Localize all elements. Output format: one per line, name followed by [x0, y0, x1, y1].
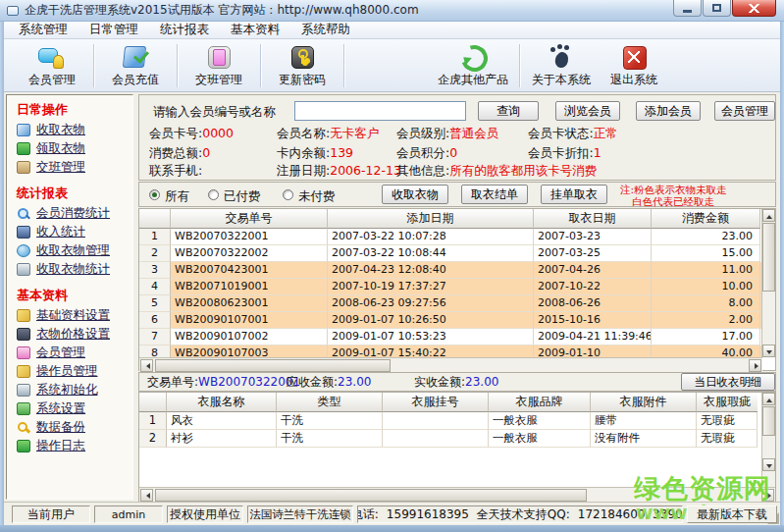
member-balance: 卡内余额:139 — [277, 145, 353, 162]
sidebar-item-member-consume-stats[interactable]: 会员消费统计 — [17, 204, 132, 223]
col-clothes-brand: 衣服品牌 — [489, 393, 591, 412]
toolbar-about-system[interactable]: 关于本系统 — [525, 43, 598, 88]
menu-basic-data[interactable]: 基本资料 — [220, 21, 290, 39]
sidebar-item-shift-manage[interactable]: 交班管理 — [17, 158, 132, 177]
scroll-up-button[interactable] — [762, 393, 775, 405]
today-receipts-button[interactable]: 当日收衣明细 — [681, 373, 775, 391]
sidebar-item-receive-manage[interactable]: 收取衣物管理 — [17, 241, 132, 260]
transaction-row[interactable]: 6WB200901070012009-01-07 10:26:502015-10… — [139, 312, 775, 329]
menu-help[interactable]: 系统帮助 — [290, 21, 361, 39]
scroll-thumb[interactable] — [762, 223, 775, 292]
receive-doc-icon — [17, 124, 30, 136]
cell: 2.00 — [652, 312, 760, 329]
cell: 1 — [139, 229, 171, 245]
maximize-button[interactable] — [703, 0, 731, 17]
toolbar-separator — [177, 44, 178, 87]
search-input[interactable] — [294, 101, 466, 121]
cell: WB20080623001 — [171, 295, 328, 312]
settle-pickup-button[interactable]: 取衣结单 — [461, 185, 528, 204]
sidebar-item-receive-stats[interactable]: 收取衣物统计 — [17, 260, 132, 279]
cell: 2007-10-22 — [534, 279, 652, 295]
transaction-row[interactable]: 7WB200901070022009-01-07 10:53:232009-04… — [139, 329, 775, 346]
toolbar-shift-manage[interactable]: 交班管理 — [183, 43, 255, 88]
receivable-amount: 应收金额:23.00 — [287, 374, 371, 391]
sidebar-item-receive-clothes[interactable]: 收取衣物 — [17, 121, 132, 139]
toolbar-member-manage[interactable]: 会员管理 — [16, 43, 88, 88]
menu-daily[interactable]: 日常管理 — [78, 21, 149, 39]
transaction-row[interactable]: 3WB200704230012007-04-23 12:08:402007-04… — [139, 262, 775, 279]
member-manage-button[interactable]: 会员管理 — [714, 101, 775, 121]
download-latest-button[interactable]: 最新版本下载 — [687, 505, 777, 523]
scroll-down-button[interactable] — [762, 345, 775, 357]
transaction-row[interactable]: 1WB200703220012007-03-22 10:07:282007-03… — [139, 229, 775, 245]
clothes-body: 1风衣干洗一般衣服腰带无瑕疵2衬衫干洗一般衣服没有附件无瑕疵 — [139, 412, 775, 448]
cell: 无瑕疵 — [697, 430, 758, 448]
scroll-right-button[interactable] — [749, 359, 761, 372]
cell — [383, 412, 489, 430]
toolbar-update-password[interactable]: 更新密码 — [266, 43, 339, 88]
scroll-thumb[interactable] — [762, 406, 775, 436]
receive-clothes-button[interactable]: 收取衣物 — [382, 185, 448, 204]
cell: 2 — [139, 245, 171, 262]
magnifier-icon — [17, 207, 30, 220]
transaction-row[interactable]: 2WB200703220022007-03-22 10:08:442007-03… — [139, 245, 775, 262]
cell: 11.00 — [652, 262, 760, 279]
sidebar-item-income-stats[interactable]: 收入统计 — [17, 223, 132, 241]
toolbar-exit-system[interactable]: 退出系统 — [598, 43, 670, 88]
add-member-button[interactable]: 添加会员 — [636, 101, 701, 121]
cell: 无瑕疵 — [697, 412, 758, 430]
minimize-button[interactable] — [673, 0, 702, 17]
transaction-row[interactable]: 5WB200806230012008-06-23 09:27:562008-06… — [139, 295, 775, 312]
browse-members-button[interactable]: 浏览会员 — [555, 101, 620, 121]
radio-all-label: 所有 — [165, 188, 189, 205]
radio-all[interactable] — [149, 189, 160, 200]
cell: 2007-10-19 17:37:27 — [328, 279, 534, 295]
app-window: 企虎干洗店管理系统v2015试用版本 官方网站：http://www.qh800… — [0, 0, 784, 532]
sidebar-item-member-manage[interactable]: 会员管理 — [17, 344, 132, 362]
scroll-up-button[interactable] — [762, 209, 775, 222]
close-button[interactable] — [732, 0, 776, 17]
transaction-row[interactable]: 4WB200710190012007-10-19 17:37:272007-10… — [139, 279, 775, 295]
transactions-horizontal-scrollbar[interactable] — [139, 357, 762, 372]
scroll-down-button[interactable] — [762, 458, 775, 471]
recharge-book-icon — [121, 43, 150, 71]
sidebar-item-collect-clothes[interactable]: 领取衣物 — [17, 139, 132, 158]
pending-pickup-button[interactable]: 挂单取衣 — [541, 185, 607, 204]
pink-note-line1: 注:粉色表示衣物未取走 — [620, 184, 727, 195]
transactions-vertical-scrollbar[interactable] — [761, 209, 775, 357]
sidebar-item-base-data-settings[interactable]: 基础资料设置 — [17, 306, 132, 325]
cell: 2007-03-22 10:08:44 — [328, 245, 534, 262]
cell: 干洗 — [277, 412, 383, 430]
clothes-row[interactable]: 2衬衫干洗一般衣服没有附件无瑕疵 — [139, 430, 775, 448]
sidebar-item-system-init[interactable]: 系统初始化 — [17, 381, 132, 399]
transaction-detail-bar: 交易单号:WB20070322001 应收金额:23.00 实收金额:23.00… — [138, 372, 776, 392]
clothes-row[interactable]: 1风衣干洗一般衣服腰带无瑕疵 — [139, 412, 775, 430]
cell: 2008-06-23 09:27:56 — [328, 295, 534, 312]
scroll-thumb[interactable] — [155, 359, 391, 372]
sidebar: 日常操作 收取衣物 领取衣物 交班管理 统计报表 会员消费统计 收入统计 收取衣… — [6, 94, 133, 500]
sidebar-item-system-settings[interactable]: 系统设置 — [17, 399, 132, 418]
sidebar-item-operator-manage[interactable]: 操作员管理 — [17, 362, 132, 381]
radio-paid[interactable] — [208, 189, 219, 200]
scroll-left-button[interactable] — [140, 489, 153, 502]
cell: WB20070322001 — [171, 229, 328, 245]
cell: 2 — [139, 430, 167, 448]
scroll-thumb[interactable] — [155, 489, 587, 502]
transaction-row[interactable]: 8WB200901070032009-01-07 15:40:222009-01… — [139, 346, 775, 357]
radio-unpaid[interactable] — [283, 189, 293, 200]
cell: 2007-04-26 — [534, 262, 652, 279]
scroll-left-button[interactable] — [140, 359, 153, 372]
col-row-number — [139, 209, 171, 229]
toolbar-other-products[interactable]: 企虎其他产品 — [432, 43, 514, 88]
member-phone: 联系手机: — [149, 163, 202, 180]
window-border-left — [0, 22, 4, 532]
toolbar: 会员管理 会员充值 交班管理 更新密码 企虎其他产品 关于本系统 退出系统 — [4, 39, 780, 92]
sidebar-item-price-settings[interactable]: 衣物价格设置 — [17, 325, 132, 344]
menu-reports[interactable]: 统计报表 — [149, 21, 220, 39]
toolbar-member-recharge[interactable]: 会员充值 — [99, 43, 172, 88]
sidebar-item-data-backup[interactable]: 数据备份 — [17, 418, 132, 437]
cell: 1 — [139, 412, 167, 430]
menu-system[interactable]: 系统管理 — [8, 21, 78, 39]
sidebar-item-operation-log[interactable]: 操作日志 — [17, 437, 132, 455]
query-button[interactable]: 查询 — [478, 101, 539, 121]
